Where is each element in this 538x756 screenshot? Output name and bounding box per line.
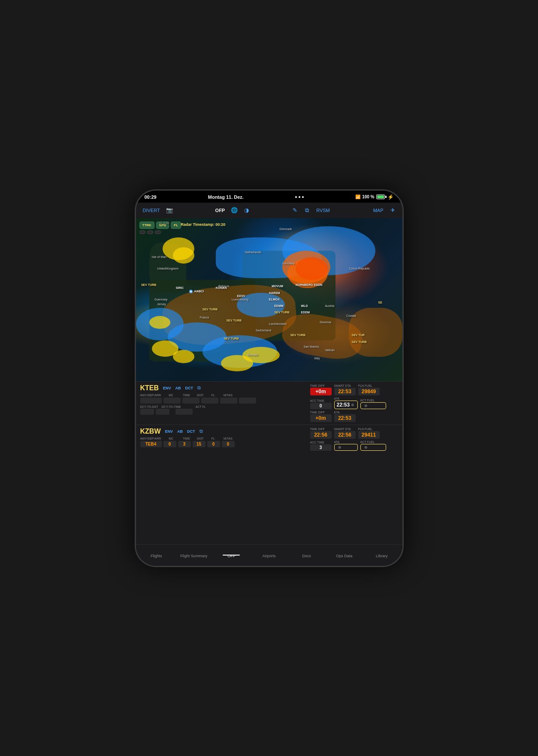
field-awydeparr-1: [140, 398, 162, 404]
ata-clear-1[interactable]: ⊗: [351, 403, 354, 407]
val-plnfuel-1: 29849: [358, 388, 380, 395]
sev-turb-3: SEV TURB: [274, 311, 289, 314]
wifi-icon: 📶: [355, 194, 360, 199]
copy-icon[interactable]: ⧉: [302, 206, 311, 215]
flight-tag-env-1[interactable]: ENV: [163, 386, 171, 390]
status-date: Montag 11. Dez.: [208, 194, 244, 200]
tab-ops-data[interactable]: Ops Data: [325, 554, 363, 558]
label-actfuel-2: ACT FUEL: [360, 440, 386, 443]
label-germany: Germany: [282, 262, 295, 265]
ata-clear-2[interactable]: ⊗: [338, 445, 342, 449]
contrast-icon[interactable]: ◑: [242, 206, 251, 215]
label-switzerland: Switzerland: [256, 329, 271, 332]
tab-airports-label: Airports: [263, 554, 276, 558]
tab-flight-summary[interactable]: Flight Summary: [175, 554, 213, 558]
ttrk-button[interactable]: TTRK: [139, 222, 154, 229]
battery-tip: [385, 196, 387, 198]
status-time: 00:29: [145, 194, 157, 200]
external-link-1[interactable]: ⧉: [197, 385, 201, 391]
label-plnfuel-1: PLN FUEL: [358, 384, 380, 387]
dot2: [299, 196, 300, 198]
ata-value-1: 22:53: [337, 402, 350, 408]
waypoint-edvv: EDVV: [237, 295, 245, 298]
flight-tag-dct-1[interactable]: DCT: [185, 386, 193, 390]
waypoint-habci: HABCI: [194, 290, 204, 293]
tab-ofp[interactable]: OFP: [213, 554, 251, 558]
field-time-2: 3: [178, 441, 191, 447]
radar-timestamp: Radar Timestamp: 00:20: [181, 222, 226, 227]
tab-airports[interactable]: Airports: [250, 554, 288, 558]
map-btn-empty-1[interactable]: [139, 231, 145, 234]
map-container[interactable]: TTRK SPD FL G: 1:00 Radar Timestamp: 00:…: [136, 218, 402, 381]
external-link-2[interactable]: ⧉: [199, 428, 203, 434]
flight-header-kteb: KTEB ENV AB DCT ⧉: [140, 384, 307, 392]
label-dist-1: DIST: [197, 394, 204, 397]
val-timediff-2: 22:56: [310, 431, 332, 439]
map-label[interactable]: MAP: [372, 207, 385, 214]
tab-flight-summary-label: Flight Summary: [180, 554, 207, 558]
label-acctime-1: ACC TIME: [310, 399, 332, 402]
tab-flights[interactable]: Flights: [138, 554, 175, 558]
camera-icon[interactable]: 📷: [165, 206, 174, 215]
flight-id-kteb: KTEB: [140, 384, 159, 392]
sev-turb-4: SEV TURB: [227, 319, 242, 322]
label-monaco: Monaco: [248, 353, 258, 356]
tab-ops-data-label: Ops Data: [336, 554, 352, 558]
label-timediff-1: TIME DIFF: [310, 384, 332, 387]
val-smarteta-1: 22:53: [334, 388, 356, 395]
val-actfuel-2[interactable]: ⊗: [360, 444, 386, 451]
label-time-2: TIME: [183, 437, 190, 440]
label-netherlands: Netherlands: [245, 251, 261, 254]
ofp-tab[interactable]: OFP: [214, 207, 227, 214]
radar-orange-2: [282, 251, 330, 283]
label-fl-1: FL: [212, 394, 215, 397]
val-actfuel-1[interactable]: ⊗: [360, 402, 386, 409]
map-scale: G: 1:00: [160, 222, 169, 225]
device-frame: 00:29 Montag 11. Dez. 📶 100 % ⚡ DIVERT 📷…: [135, 189, 404, 567]
label-mtas-2: M/TAS: [224, 437, 233, 440]
sev-turb-8: SEV TURB: [352, 340, 367, 343]
label-mc-2: MC: [169, 437, 173, 440]
divert-button[interactable]: DIVERT: [141, 207, 162, 214]
val-ata-2[interactable]: ⊗: [334, 444, 358, 451]
waypoint-siric: SIRIC: [176, 286, 184, 289]
flight-tag-env-2[interactable]: ENV: [165, 429, 173, 434]
label-isle-of-man: Isle of Man: [152, 255, 166, 258]
val-smarteta-2: 22:56: [334, 431, 356, 439]
label-awydeparr-1: AWY/DEP/ARR: [140, 394, 161, 397]
main-content: TTRK SPD FL G: 1:00 Radar Timestamp: 00:…: [136, 218, 402, 544]
val-eta-1: 22:53: [334, 414, 356, 422]
tab-docs-label: Docs: [302, 554, 311, 558]
actfuel-clear-1[interactable]: ⊗: [364, 404, 368, 408]
field-dcttotime-1: [156, 409, 169, 415]
flight-tag-ab-1[interactable]: AB: [175, 386, 181, 390]
waypoint-nurnberg: NÜRNBERG EDDN: [296, 283, 322, 286]
flight-header-kzbw: KZBW ENV AB DCT ⧉: [140, 428, 307, 435]
sev-turb-2: SEV TURB: [203, 308, 218, 311]
label-vatican: Vatican: [325, 349, 335, 352]
field-mtas-2: 0: [222, 441, 235, 447]
label-san-marino: San Marino.: [304, 345, 320, 348]
label-mc-1: MC: [169, 394, 173, 397]
tab-docs[interactable]: Docs: [288, 554, 326, 558]
field-actfl-1: [175, 409, 193, 415]
flight-tag-dct-2[interactable]: DCT: [187, 429, 195, 434]
map-btn-empty-2[interactable]: [147, 231, 153, 234]
globe-icon[interactable]: 🌐: [230, 206, 239, 215]
fl-button[interactable]: FL: [171, 222, 181, 229]
val-plnfuel-2: 29411: [358, 431, 380, 439]
rvsm-label[interactable]: RVSM: [314, 207, 332, 214]
label-ata-2: ATA: [334, 440, 358, 443]
label-actfuel-1: ACT FUEL: [360, 399, 386, 402]
edit-icon[interactable]: ✎: [290, 206, 299, 215]
label-czech-republic: Czech Republic: [349, 267, 370, 270]
dot3: [302, 196, 304, 198]
flight-tag-ab-2[interactable]: AB: [177, 429, 183, 434]
battery-fill: [377, 195, 384, 198]
map-btn-empty-3[interactable]: [155, 231, 161, 234]
tab-library[interactable]: Library: [363, 554, 401, 558]
plane-icon[interactable]: ✈: [389, 206, 397, 215]
val-ata-1[interactable]: 22:53 ⊗: [334, 401, 358, 409]
label-luxembourg: Luxembourg: [232, 298, 248, 301]
actfuel-clear-2[interactable]: ⊗: [364, 445, 368, 449]
